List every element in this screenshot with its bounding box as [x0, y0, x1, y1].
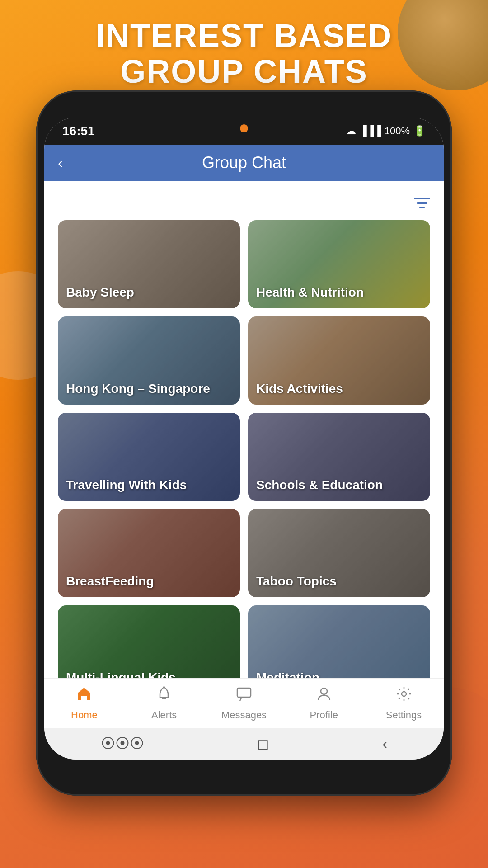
signal-icon: ▐▐▐ — [360, 125, 381, 137]
svg-rect-0 — [414, 198, 430, 199]
card-label-baby-sleep: Baby Sleep — [66, 285, 134, 300]
phone-frame: 16:51 ☁ ▐▐▐ 100% 🔋 ‹ Group Chat — [36, 90, 452, 796]
bottom-nav: Home Alerts — [44, 678, 444, 728]
nav-item-alerts[interactable]: Alerts — [137, 685, 191, 721]
card-label-hong-kong-singapore: Hong Kong – Singapore — [66, 381, 210, 396]
chat-card-hong-kong-singapore[interactable]: Hong Kong – Singapore — [58, 316, 240, 405]
nav-item-settings[interactable]: Settings — [377, 685, 431, 721]
recent-apps-button[interactable]: ⦿⦿⦿ — [101, 736, 144, 752]
app-header: ‹ Group Chat — [44, 145, 444, 181]
card-overlay-meditation — [248, 605, 430, 678]
chat-card-health-nutrition[interactable]: Health & Nutrition — [248, 220, 430, 308]
hero-section: INTEREST BASED GROUP CHATS — [0, 18, 488, 90]
back-button-system[interactable]: ‹ — [382, 736, 387, 752]
nav-label-home: Home — [71, 709, 98, 721]
chat-card-travelling-with-kids[interactable]: Travelling With Kids — [58, 413, 240, 501]
svg-rect-1 — [417, 202, 427, 204]
svg-rect-2 — [419, 207, 425, 208]
card-label-kids-activities: Kids Activities — [256, 381, 343, 396]
card-label-meditation: Meditation — [256, 670, 319, 678]
chat-card-kids-activities[interactable]: Kids Activities — [248, 316, 430, 405]
nav-item-messages[interactable]: Messages — [217, 685, 271, 721]
status-time: 16:51 — [62, 124, 95, 138]
hero-title: INTEREST BASED GROUP CHATS — [0, 18, 488, 90]
card-label-multi-lingual-kids: Multi-Lingual Kids — [66, 670, 176, 678]
bell-icon — [155, 685, 173, 707]
cloud-icon: ☁ — [346, 125, 356, 137]
profile-icon — [315, 685, 333, 707]
svg-point-6 — [321, 688, 327, 694]
card-label-breastfeeding: BreastFeeding — [66, 574, 154, 589]
header-title: Group Chat — [202, 153, 286, 172]
home-button[interactable]: ◻ — [257, 735, 269, 752]
chat-grid: Baby Sleep Health & Nutrition Hong Kong … — [58, 220, 430, 678]
card-label-taboo-topics: Taboo Topics — [256, 574, 337, 589]
svg-point-4 — [163, 686, 165, 688]
battery-icon: 🔋 — [413, 125, 426, 137]
phone-screen: 16:51 ☁ ▐▐▐ 100% 🔋 ‹ Group Chat — [44, 118, 444, 760]
svg-rect-3 — [162, 698, 166, 699]
phone-nav-bar: ⦿⦿⦿ ◻ ‹ — [44, 728, 444, 760]
svg-rect-5 — [237, 688, 251, 697]
message-icon — [235, 685, 253, 707]
chat-card-taboo-topics[interactable]: Taboo Topics — [248, 509, 430, 597]
nav-item-profile[interactable]: Profile — [297, 685, 351, 721]
nav-label-messages: Messages — [221, 709, 267, 721]
filter-row — [58, 190, 430, 220]
content-area: Baby Sleep Health & Nutrition Hong Kong … — [44, 181, 444, 678]
chat-card-baby-sleep[interactable]: Baby Sleep — [58, 220, 240, 308]
chat-card-multi-lingual-kids[interactable]: Multi-Lingual Kids — [58, 605, 240, 678]
card-label-travelling-with-kids: Travelling With Kids — [66, 477, 187, 493]
nav-label-profile: Profile — [310, 709, 338, 721]
filter-icon[interactable] — [414, 194, 430, 213]
chat-card-breastfeeding[interactable]: BreastFeeding — [58, 509, 240, 597]
nav-label-settings: Settings — [386, 709, 422, 721]
nav-item-home[interactable]: Home — [57, 685, 111, 721]
card-label-health-nutrition: Health & Nutrition — [256, 285, 364, 300]
battery-text: 100% — [385, 125, 410, 137]
chat-card-schools-education[interactable]: Schools & Education — [248, 413, 430, 501]
chat-card-meditation[interactable]: Meditation — [248, 605, 430, 678]
settings-icon — [395, 685, 413, 707]
nav-label-alerts: Alerts — [151, 709, 177, 721]
card-label-schools-education: Schools & Education — [256, 477, 383, 493]
status-icons: ☁ ▐▐▐ 100% 🔋 — [346, 125, 426, 137]
back-button[interactable]: ‹ — [58, 155, 63, 171]
card-overlay-multi-lingual-kids — [58, 605, 240, 678]
svg-point-7 — [402, 692, 406, 696]
home-icon — [75, 685, 93, 707]
notch-indicator — [240, 124, 248, 132]
